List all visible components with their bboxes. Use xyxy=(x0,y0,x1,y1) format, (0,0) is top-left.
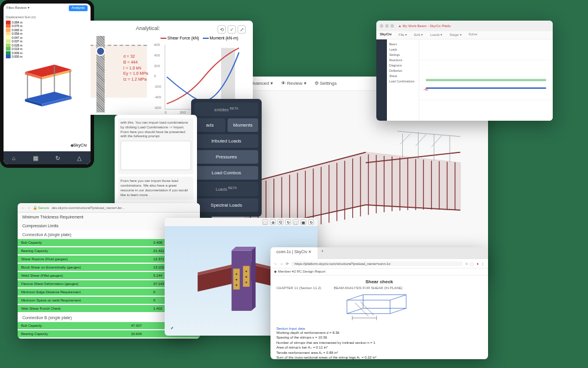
report-analysis-title: BEAM ANALYSIS FOR SHEAR (IN PLANE) xyxy=(334,286,403,290)
secure-icon: 🔒 Secure xyxy=(33,205,49,210)
back-icon[interactable]: ← xyxy=(274,262,278,266)
report-title: Shear check xyxy=(276,279,482,284)
skyciv-logo: ◆SkyCiv xyxy=(71,143,87,148)
ext-icon[interactable]: ● xyxy=(476,262,479,266)
distributed-loads-button[interactable]: tributed Loads xyxy=(195,134,258,148)
grid-icon[interactable]: ▦ xyxy=(33,155,38,161)
expand-icon[interactable]: ⤢ xyxy=(238,25,246,34)
svg-point-50 xyxy=(235,273,237,275)
pressures-button[interactable]: Pressures xyxy=(195,150,258,164)
edit-tab[interactable]: Edit ▾ xyxy=(410,31,426,39)
fwd-icon[interactable]: → xyxy=(280,262,283,266)
list-item[interactable]: Beam xyxy=(389,42,416,47)
area-loads-button[interactable]: Loads BETA xyxy=(195,182,258,195)
browser-address-bar: ← → 🔒 Secure dev.skyciv.com/structural?p… xyxy=(18,203,200,213)
moments-button[interactable]: Moments xyxy=(228,118,258,132)
report-data-line: Working depth of reinforcement d = 8.36 xyxy=(276,330,482,335)
list-item[interactable]: Shear xyxy=(389,74,416,79)
design-report-panel: conn-1c | SkyCiv ✕ + ←→ ⟳ https://platfo… xyxy=(270,247,488,359)
svg-point-51 xyxy=(235,279,237,281)
stage-tab[interactable]: Stage ▾ xyxy=(446,31,465,39)
addr-url[interactable]: dev.skyciv.com/structural?preload_name=J… xyxy=(52,206,125,210)
svg-point-54 xyxy=(245,276,247,278)
phone-mockup: Files Review ▾ Analysis Displacement Sum… xyxy=(0,0,94,168)
svg-point-55 xyxy=(245,281,247,283)
report-document: Shear check CHAPTER 11 (Section 11.2) BE… xyxy=(270,276,488,359)
reload-icon[interactable]: ⟳ xyxy=(286,261,289,266)
report-data-line: Number of stirrups that are intersected … xyxy=(276,340,482,345)
conn-toolbar: ⬚⊕ Q↻ ⬚▦ ↻ xyxy=(165,218,318,226)
assemblies-button[interactable]: emblies BETA xyxy=(195,102,258,116)
phone-topbar: Files Review ▾ Analysis xyxy=(4,4,91,13)
tool-icon[interactable]: ⊕ xyxy=(270,219,276,225)
list-item[interactable]: Reactions xyxy=(389,58,416,63)
report-data-line: Area of stirrup's bar Aᵥ = 0.11 in² xyxy=(276,345,482,350)
report-url[interactable]: https://platform.skyciv.com/structural?p… xyxy=(291,261,463,266)
phone-files-menu[interactable]: Files Review ▾ xyxy=(6,5,29,11)
loads-button-panel: emblies BETA ads Moments tributed Loads … xyxy=(191,99,262,217)
report-beam-diagram xyxy=(276,292,482,324)
tool-icon[interactable]: ⬚ xyxy=(262,219,268,225)
app-logo: SkyCiv xyxy=(376,31,395,39)
list-item[interactable]: Load Combinations xyxy=(389,79,416,84)
svg-line-37 xyxy=(416,134,426,146)
svg-line-56 xyxy=(355,303,369,316)
reload-icon[interactable]: ↻ xyxy=(55,155,60,161)
settings-menu[interactable]: ⚙ Settings xyxy=(315,81,337,86)
tool-icon[interactable]: ▦ xyxy=(300,219,306,225)
list-item[interactable]: Settings xyxy=(389,52,416,58)
load-combos-button[interactable]: Load Combos xyxy=(195,166,258,180)
chat-preview-image xyxy=(121,141,191,170)
beam-params: d = 32B = 444 I = 1.0 kNEy = 1.0 MPa Iz … xyxy=(123,54,148,82)
analyze-button[interactable]: Analysis xyxy=(69,5,88,11)
loads-button[interactable]: ads xyxy=(195,118,225,132)
star-icon[interactable]: ☆ xyxy=(465,261,468,266)
svg-point-53 xyxy=(245,271,247,273)
list-item[interactable]: Deflection xyxy=(389,68,416,74)
axis-gizmo: ⬈ xyxy=(171,326,173,330)
new-tab-button[interactable]: + xyxy=(318,247,327,259)
phone-navbar: ⌂ ▦ ↻ △ xyxy=(4,151,91,164)
solve-tab[interactable]: Solve xyxy=(465,31,481,39)
alert-icon[interactable]: △ xyxy=(77,155,82,161)
tool-icon[interactable]: ↻ xyxy=(285,219,291,225)
browser-tabs: conn-1c | SkyCiv ✕ + xyxy=(270,247,488,259)
chat-msg-2: From here you can import those load comb… xyxy=(118,177,193,200)
loads-tab[interactable]: Loads ▾ xyxy=(426,31,446,39)
phone-viewport[interactable] xyxy=(4,14,91,149)
svg-point-52 xyxy=(235,284,237,286)
graph-sidebar xyxy=(376,39,387,121)
svg-line-36 xyxy=(400,134,410,144)
fwd-icon[interactable]: → xyxy=(27,206,31,210)
report-chapter: CHAPTER 11 (Section 11.2) xyxy=(276,286,321,290)
beam-graph-panel: ▲ My Work Beam - SkyCiv Platfo SkyCiv Fi… xyxy=(376,21,553,121)
chat-msg-1: with this. You can import load combinati… xyxy=(118,118,193,174)
ext-icon[interactable]: ⬚ xyxy=(470,261,474,266)
legend-moment: Moment (kN-m) xyxy=(203,36,239,40)
legend-shear: Shear Force (kN) xyxy=(161,36,199,40)
svg-line-38 xyxy=(431,135,442,147)
menu-icon[interactable]: ⋮ xyxy=(481,261,485,266)
list-item[interactable]: Loads xyxy=(389,47,416,52)
report-data-line: Tensile reinforcement area Aₛ = 0.88 in² xyxy=(276,350,482,355)
file-tab[interactable]: File ▾ xyxy=(395,31,410,39)
graph-plot[interactable]: -40 xyxy=(419,39,553,121)
list-item[interactable]: Diagrams xyxy=(389,63,416,68)
analytical-title: Analytical: xyxy=(136,25,218,34)
browser-tab[interactable]: conn-1c | SkyCiv ✕ xyxy=(270,247,318,259)
check-icon[interactable]: ✓ xyxy=(228,25,236,34)
history-icon[interactable]: ⟲ xyxy=(218,25,226,34)
app-menu: SkyCiv File ▾ Edit ▾ Loads ▾ Stage ▾ Sol… xyxy=(376,31,553,39)
tool-icon[interactable]: Q xyxy=(278,219,283,225)
graph-options-list: Beam Loads Settings Reactions Diagrams D… xyxy=(387,39,419,121)
tool-icon[interactable]: ⬚ xyxy=(293,219,299,225)
report-data-line: Spacing of the stirrups s = 10.36 xyxy=(276,335,482,340)
home-icon[interactable]: ⌂ xyxy=(12,155,16,161)
tool-icon[interactable]: ↻ xyxy=(308,219,314,225)
spectral-loads-button[interactable]: Spectral Loads xyxy=(195,198,258,212)
svg-line-31 xyxy=(397,131,460,137)
back-icon[interactable]: ← xyxy=(21,206,25,210)
chart-y-axis: 600400200 0-200-400 -600 xyxy=(154,43,161,110)
report-data-line: Sum of the cross-sectional areas of the … xyxy=(276,355,482,359)
review-menu[interactable]: 👁 Review ▾ xyxy=(281,81,306,86)
